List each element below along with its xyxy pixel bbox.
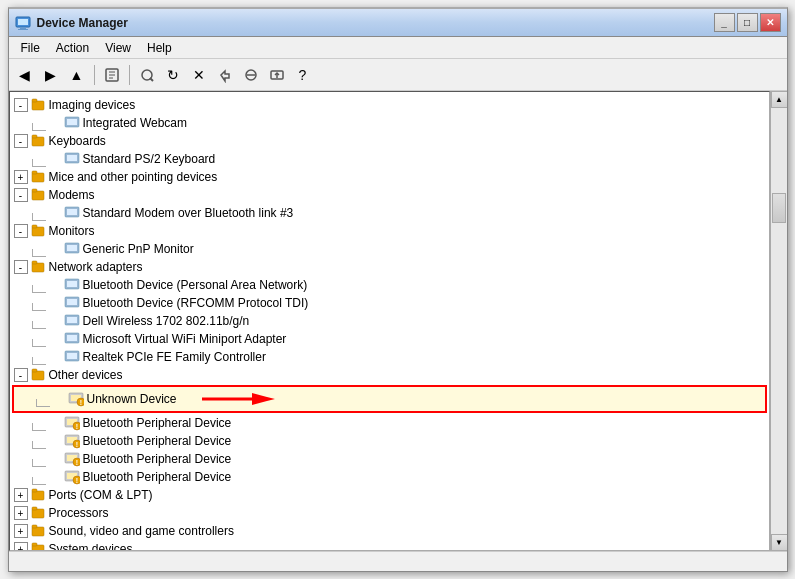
- up-button[interactable]: ▲: [65, 63, 89, 87]
- scroll-up-button[interactable]: ▲: [771, 91, 787, 108]
- expand-btn-imaging[interactable]: -: [14, 98, 28, 112]
- svg-rect-69: [32, 489, 37, 492]
- tree-line-webcam: [32, 123, 46, 131]
- tree-label-btperi2: Bluetooth Peripheral Device: [83, 434, 232, 448]
- expand-btn-ports[interactable]: +: [14, 488, 28, 502]
- svg-rect-45: [32, 369, 37, 372]
- expand-btn-processors[interactable]: +: [14, 506, 28, 520]
- tree-item-netadapters[interactable]: -Network adapters: [10, 258, 769, 276]
- tree-icon-webcam: [64, 115, 80, 131]
- tree-label-sound: Sound, video and game controllers: [49, 524, 234, 538]
- menu-help[interactable]: Help: [139, 39, 180, 57]
- tree-line-btperi1: [32, 423, 46, 431]
- expand-btn-otherdev[interactable]: -: [14, 368, 28, 382]
- tree-line-btperi4: [32, 477, 46, 485]
- tree-item-keyboards[interactable]: -Keyboards: [10, 132, 769, 150]
- refresh-button[interactable]: ↻: [161, 63, 185, 87]
- tree-item-btpan[interactable]: Bluetooth Device (Personal Area Network): [10, 276, 769, 294]
- remove-button[interactable]: ✕: [187, 63, 211, 87]
- tree-item-monitor1[interactable]: Generic PnP Monitor: [10, 240, 769, 258]
- title-bar: Device Manager _ □ ✕: [9, 9, 787, 37]
- menu-file[interactable]: File: [13, 39, 48, 57]
- tree-item-msvwifi[interactable]: Microsoft Virtual WiFi Miniport Adapter: [10, 330, 769, 348]
- tree-label-processors: Processors: [49, 506, 109, 520]
- svg-rect-25: [32, 189, 37, 192]
- rollback-button[interactable]: [213, 63, 237, 87]
- menu-view[interactable]: View: [97, 39, 139, 57]
- expand-btn-keyboards[interactable]: -: [14, 134, 28, 148]
- expand-btn-sysdev[interactable]: +: [14, 542, 28, 551]
- help-button[interactable]: ?: [291, 63, 315, 87]
- tree-item-webcam[interactable]: Integrated Webcam: [10, 114, 769, 132]
- tree-item-sound[interactable]: +Sound, video and game controllers: [10, 522, 769, 540]
- tree-item-btperi3[interactable]: ! Bluetooth Peripheral Device: [10, 450, 769, 468]
- svg-text:!: !: [75, 477, 77, 484]
- tree-item-delwifi[interactable]: Dell Wireless 1702 802.11b/g/n: [10, 312, 769, 330]
- scan-icon: [139, 67, 155, 83]
- tree-icon-unknowndev: !: [68, 391, 84, 407]
- back-button[interactable]: ◀: [13, 63, 37, 87]
- tree-item-otherdev[interactable]: -Other devices: [10, 366, 769, 384]
- svg-rect-23: [32, 171, 37, 174]
- svg-rect-71: [32, 507, 37, 510]
- tree-icon-btperi2: !: [64, 433, 80, 449]
- disable-icon: [243, 67, 259, 83]
- tree-icon-modems: [30, 187, 46, 203]
- tree-line-btpan: [32, 285, 46, 293]
- expand-btn-sound[interactable]: +: [14, 524, 28, 538]
- expand-btn-monitors[interactable]: -: [14, 224, 28, 238]
- tree-item-btrfcomm[interactable]: Bluetooth Device (RFCOMM Protocol TDI): [10, 294, 769, 312]
- scan-button[interactable]: [135, 63, 159, 87]
- tree-item-monitors[interactable]: -Monitors: [10, 222, 769, 240]
- tree-icon-otherdev: [30, 367, 46, 383]
- tree-item-btperi1[interactable]: ! Bluetooth Peripheral Device: [10, 414, 769, 432]
- expand-btn-modems[interactable]: -: [14, 188, 28, 202]
- tree-label-btperi4: Bluetooth Peripheral Device: [83, 470, 232, 484]
- tree-item-ps2kb[interactable]: Standard PS/2 Keyboard: [10, 150, 769, 168]
- scroll-down-button[interactable]: ▼: [771, 534, 787, 551]
- tree-item-btmodem[interactable]: Standard Modem over Bluetooth link #3: [10, 204, 769, 222]
- title-bar-left: Device Manager: [15, 15, 128, 31]
- svg-rect-41: [67, 335, 77, 341]
- tree-item-btperi4[interactable]: ! Bluetooth Peripheral Device: [10, 468, 769, 486]
- menu-action[interactable]: Action: [48, 39, 97, 57]
- svg-rect-75: [32, 543, 37, 546]
- tree-line-ps2kb: [32, 159, 46, 167]
- toolbar-separator-1: [94, 65, 95, 85]
- minimize-button[interactable]: _: [714, 13, 735, 32]
- expand-btn-mice[interactable]: +: [14, 170, 28, 184]
- update-driver-button[interactable]: [265, 63, 289, 87]
- tree-icon-ps2kb: [64, 151, 80, 167]
- tree-line-monitor1: [32, 249, 46, 257]
- tree-item-imaging[interactable]: -Imaging devices: [10, 96, 769, 114]
- tree-item-modems[interactable]: -Modems: [10, 186, 769, 204]
- svg-rect-29: [32, 225, 37, 228]
- forward-button[interactable]: ▶: [39, 63, 63, 87]
- close-button[interactable]: ✕: [760, 13, 781, 32]
- tree-item-btperi2[interactable]: ! Bluetooth Peripheral Device: [10, 432, 769, 450]
- scroll-track[interactable]: [771, 108, 787, 534]
- tree-item-realtek[interactable]: Realtek PCIe FE Family Controller: [10, 348, 769, 366]
- window-icon: [15, 15, 31, 31]
- tree-icon-mice: [30, 169, 46, 185]
- scroll-thumb[interactable]: [772, 193, 786, 223]
- expand-btn-netadapters[interactable]: -: [14, 260, 28, 274]
- tree-icon-processors: [30, 505, 46, 521]
- svg-marker-51: [252, 393, 275, 405]
- svg-rect-68: [32, 491, 44, 500]
- tree-item-unknowndev[interactable]: ! Unknown Device: [12, 385, 767, 413]
- tree-item-sysdev[interactable]: +System devices: [10, 540, 769, 551]
- tree-item-ports[interactable]: +Ports (COM & LPT): [10, 486, 769, 504]
- disable-button[interactable]: [239, 63, 263, 87]
- tree-item-mice[interactable]: +Mice and other pointing devices: [10, 168, 769, 186]
- properties-button[interactable]: [100, 63, 124, 87]
- maximize-button[interactable]: □: [737, 13, 758, 32]
- tree-label-keyboards: Keyboards: [49, 134, 106, 148]
- device-tree[interactable]: -Imaging devicesIntegrated Webcam-Keyboa…: [9, 91, 770, 551]
- menubar: File Action View Help: [9, 37, 787, 59]
- tree-icon-btpan: [64, 277, 80, 293]
- tree-icon-btperi3: !: [64, 451, 80, 467]
- svg-rect-31: [67, 245, 77, 251]
- tree-item-processors[interactable]: +Processors: [10, 504, 769, 522]
- vertical-scrollbar[interactable]: ▲ ▼: [770, 91, 787, 551]
